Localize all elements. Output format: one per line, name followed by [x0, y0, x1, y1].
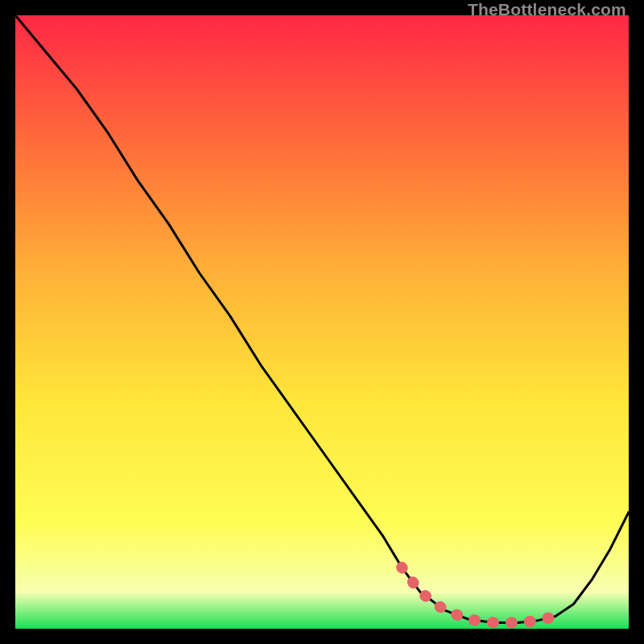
watermark-text: TheBottleneck.com: [468, 0, 626, 19]
chart-frame: [15, 15, 629, 629]
gradient-background: [15, 15, 629, 629]
bottleneck-chart: [15, 15, 629, 629]
